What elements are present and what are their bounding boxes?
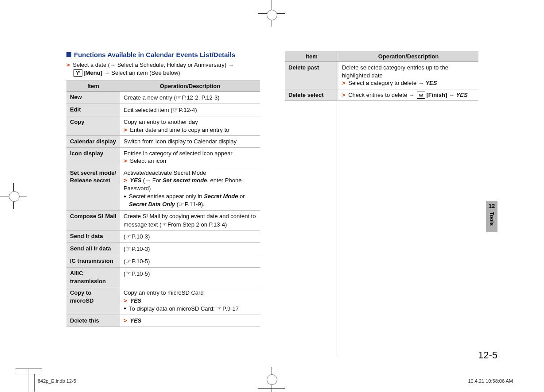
footer-timestamp: 10.4.21 10:58:06 AM: [468, 378, 513, 384]
table-row: Send Ir data(P.10-3): [66, 231, 260, 243]
table-row: IC transmission(P.10-5): [66, 255, 260, 268]
table-row: Calendar displaySwitch from Icon display…: [66, 136, 260, 148]
page-number: 12-5: [478, 350, 497, 361]
row-item: Edit: [66, 104, 120, 116]
heading-text: Functions Available in Calendar Events L…: [74, 51, 235, 58]
row-description: Copy an entry to microSD Card> YES●To di…: [120, 287, 260, 315]
row-description: Create S! Mail by copying event date and…: [120, 210, 260, 230]
row-item: AllIC transmission: [66, 268, 120, 287]
chapter-number: 12: [486, 201, 497, 209]
section-heading: Functions Available in Calendar Events L…: [66, 51, 260, 58]
row-description: (P.10-5): [120, 255, 260, 268]
col-header-desc: Operation/Description: [120, 81, 260, 92]
row-description: (P.10-5): [120, 268, 260, 287]
row-description: Delete selected category entries up to t…: [338, 62, 478, 89]
menu-key-label: [Menu]: [83, 69, 102, 76]
row-item: Calendar display: [66, 136, 120, 148]
col-header-item: Item: [66, 81, 120, 92]
row-item: Copy: [66, 116, 120, 136]
row-description: Switch from Icon display to Calendar dis…: [120, 136, 260, 148]
arrow-icon: →: [110, 61, 116, 68]
table-row: Icon displayEntries in category of selec…: [66, 147, 260, 167]
intro-text: > Select a date (→ Select a Schedule, Ho…: [66, 61, 260, 77]
table-row: Copy to microSDCopy an entry to microSD …: [66, 287, 260, 315]
y-key-icon: Y': [74, 69, 82, 77]
row-description: Entries in category of selected icon app…: [120, 147, 260, 167]
right-column: Item Operation/Description Delete pastDe…: [285, 51, 478, 327]
row-item: Icon display: [66, 147, 120, 167]
left-column: Functions Available in Calendar Events L…: [66, 51, 260, 327]
row-item: Delete select: [285, 89, 338, 101]
row-item: Copy to microSD: [66, 287, 120, 315]
table-row: CopyCopy an entry to another day> Enter …: [66, 116, 260, 136]
functions-table-left: Item Operation/Description NewCreate a n…: [66, 81, 260, 327]
square-bullet-icon: [66, 52, 71, 57]
col-header-item: Item: [285, 51, 338, 62]
table-row: Delete pastDelete selected category entr…: [285, 62, 478, 89]
row-item: Send Ir data: [66, 231, 120, 243]
intro-part3: Select an item (See below): [110, 69, 180, 76]
row-item: Set secret mode/ Release secret: [66, 167, 120, 210]
table-row: Compose S! MailCreate S! Mail by copying…: [66, 210, 260, 230]
table-row: NewCreate a new entry (P.12-2, P.12-3): [66, 92, 260, 104]
table-row: EditEdit selected item (P.12-4): [66, 104, 260, 116]
row-description: > Check entries to delete → ✉[Finish] → …: [338, 89, 478, 101]
row-description: (P.10-3): [120, 243, 260, 255]
arrow-icon: →: [228, 61, 234, 68]
table-row: Set secret mode/ Release secretActivate/…: [66, 167, 260, 210]
row-description: Activate/deactivate Secret Mode> YES (→ …: [120, 167, 260, 210]
row-description: > YES: [120, 315, 260, 327]
intro-part1: Select a date (: [73, 61, 110, 68]
row-item: Delete past: [285, 62, 338, 89]
chapter-tab: 12 Tools: [486, 201, 497, 232]
table-row: Send all Ir data(P.10-3): [66, 243, 260, 255]
row-item: IC transmission: [66, 255, 120, 268]
row-item: New: [66, 92, 120, 104]
row-item: Delete this: [66, 315, 120, 327]
row-item: Send all Ir data: [66, 243, 120, 255]
row-description: Edit selected item (P.12-4): [120, 104, 260, 116]
intro-part2: Select a Schedule, Holiday or Anniversar…: [116, 61, 228, 68]
chevron-icon: >: [66, 61, 71, 68]
row-description: Create a new entry (P.12-2, P.12-3): [120, 92, 260, 104]
row-description: Copy an entry to another day> Enter date…: [120, 116, 260, 136]
chapter-label: Tools: [489, 212, 495, 226]
functions-table-right: Item Operation/Description Delete pastDe…: [285, 51, 478, 101]
row-item: Compose S! Mail: [66, 210, 120, 230]
table-row: Delete this> YES: [66, 315, 260, 327]
column-divider: [337, 51, 337, 356]
table-row: AllIC transmission(P.10-5): [66, 268, 260, 287]
col-header-desc: Operation/Description: [338, 51, 478, 62]
arrow-icon: →: [104, 69, 110, 76]
row-description: (P.10-3): [120, 231, 260, 243]
footer-filename: 842p_E.indb 12-5: [38, 378, 76, 384]
table-row: Delete select> Check entries to delete →…: [285, 89, 478, 101]
